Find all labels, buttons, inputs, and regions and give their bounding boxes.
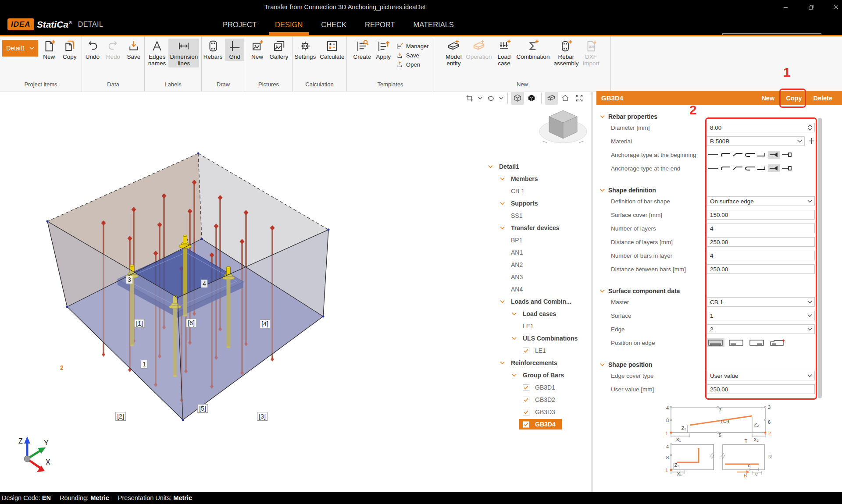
- template-manager-button[interactable]: Manager: [396, 43, 428, 50]
- checkbox[interactable]: [523, 397, 529, 403]
- tree-item-detail1[interactable]: Detail1: [487, 160, 590, 173]
- checkbox[interactable]: [523, 348, 529, 354]
- axis-triad: Z Y X: [18, 437, 50, 472]
- tree-item-group-of-bars[interactable]: Group of Bars: [487, 369, 590, 381]
- calculate-button[interactable]: Calculate: [318, 39, 346, 61]
- svg-text:Z₁: Z₁: [681, 426, 686, 431]
- rebar-asm-icon: [560, 39, 573, 53]
- checkbox[interactable]: [523, 409, 529, 415]
- navigation-cube[interactable]: [539, 110, 587, 143]
- template-apply-button[interactable]: Apply: [374, 39, 393, 61]
- chevron-down-icon[interactable]: [512, 312, 523, 316]
- tree-item-bp1[interactable]: BP1: [487, 234, 590, 246]
- svg-text:X: X: [46, 458, 50, 466]
- shape-diagram: 473860=9Z₁Z₂152X₁X₂T48Z₁1X₁RccB: [647, 402, 842, 490]
- tmpl-apply-icon: [377, 39, 390, 53]
- dxf-import-button: DXFDXFImport: [581, 39, 600, 67]
- chevron-down-icon[interactable]: [500, 202, 511, 205]
- panel-new-button[interactable]: New: [761, 95, 774, 102]
- tree-item-reinforcements[interactable]: Reinforcements: [487, 357, 590, 369]
- selected-tree-item[interactable]: GB3D4: [519, 419, 562, 429]
- annotation-step-1: 1: [783, 65, 791, 80]
- gear-icon: [299, 39, 312, 53]
- idea-statica-logo: IDEA StatiCa® DETAIL: [7, 18, 103, 30]
- tab-check[interactable]: CHECK: [320, 14, 347, 35]
- calc-icon: [325, 39, 339, 53]
- tree-item-loads-and-combin[interactable]: Loads and Combin...: [487, 295, 590, 308]
- tree-item-gb3d3[interactable]: GB3D3: [487, 406, 590, 418]
- tab-desi-gn[interactable]: DESIGN: [274, 14, 303, 35]
- settings-button[interactable]: Settings: [293, 39, 317, 61]
- svg-text:X₂: X₂: [753, 437, 759, 442]
- chevron-down-icon: [600, 363, 605, 366]
- new-load-case-button[interactable]: Loadcase: [495, 39, 514, 67]
- tmpl-manager-icon: [396, 43, 403, 50]
- svg-text:6: 6: [768, 419, 771, 425]
- edges-names-button[interactable]: Edgesnames: [147, 39, 168, 67]
- undo-button[interactable]: Undo: [83, 39, 102, 61]
- detail-scope-dropdown[interactable]: Detail1: [2, 40, 38, 57]
- chevron-down-icon[interactable]: [512, 373, 523, 377]
- tree-item-gb3d4[interactable]: GB3D4: [487, 418, 590, 430]
- letter-a-icon: [150, 39, 164, 53]
- minimize-icon: [783, 4, 788, 10]
- tab-materials[interactable]: MATERIALS: [413, 14, 455, 35]
- tab-report[interactable]: REPORT: [364, 14, 396, 35]
- chevron-down-icon[interactable]: [500, 361, 511, 365]
- new-project-item-button[interactable]: New: [39, 39, 59, 61]
- close-button[interactable]: [828, 1, 842, 13]
- template-save-button[interactable]: Save: [396, 52, 428, 59]
- tree-item-an2[interactable]: AN2: [487, 259, 590, 271]
- new-combination-button[interactable]: Combination: [515, 39, 551, 61]
- chevron-down-icon[interactable]: [500, 226, 511, 230]
- picture-new-button[interactable]: New: [248, 39, 267, 61]
- tree-item-an4[interactable]: AN4: [487, 283, 590, 295]
- gallery-button[interactable]: Gallery: [268, 39, 290, 61]
- chevron-down-icon[interactable]: [500, 177, 511, 181]
- grid-button[interactable]: Grid: [225, 39, 244, 61]
- dimension-lines-button[interactable]: Dimensionlines: [168, 39, 199, 67]
- tree-item-members[interactable]: Members: [487, 173, 590, 185]
- pic-new-icon: [251, 39, 264, 53]
- tree-item-supports[interactable]: Supports: [487, 197, 590, 209]
- close-icon: [833, 4, 839, 10]
- template-create-button[interactable]: Create: [352, 39, 373, 61]
- save-button[interactable]: Save: [124, 39, 143, 61]
- undo-icon: [86, 39, 99, 53]
- template-open-button[interactable]: Open: [396, 61, 428, 68]
- sigma-icon: [526, 39, 539, 53]
- tab-project[interactable]: PROJECT: [222, 14, 257, 35]
- new-rebar-assembly-button[interactable]: Rebarassembly: [552, 39, 580, 67]
- panel-scrollbar[interactable]: [818, 118, 822, 398]
- tree-item-transfer-devices[interactable]: Transfer devices: [487, 222, 590, 234]
- copy-project-item-button[interactable]: Copy: [60, 39, 79, 61]
- chevron-down-icon: [29, 46, 34, 50]
- tree-item-le1[interactable]: LE1: [487, 344, 590, 357]
- tree-item-le1[interactable]: LE1: [487, 320, 590, 332]
- tray-save-icon: [396, 52, 403, 59]
- chevron-down-icon[interactable]: [512, 337, 523, 340]
- rebars-button[interactable]: Rebars: [202, 39, 224, 61]
- tree-item-an1[interactable]: AN1: [487, 246, 590, 259]
- ribbon-group-draw: RebarsGridDraw: [202, 36, 245, 92]
- ribbon-group-label: Labels: [145, 81, 201, 92]
- checkbox[interactable]: [523, 421, 529, 428]
- tree-item-gb3d2[interactable]: GB3D2: [487, 394, 590, 406]
- tree-item-gb3d1[interactable]: GB3D1: [487, 381, 590, 394]
- tree-item-cb-1[interactable]: CB 1: [487, 185, 590, 197]
- panel-delete-button[interactable]: Delete: [813, 95, 832, 102]
- tree-item-an3[interactable]: AN3: [487, 271, 590, 283]
- annotation-box-properties: [705, 117, 817, 400]
- chevron-down-icon[interactable]: [500, 300, 511, 303]
- minimize-button[interactable]: [778, 1, 793, 13]
- new-model-entity-button[interactable]: Modelentity: [444, 39, 463, 67]
- checkbox[interactable]: [523, 384, 529, 391]
- tree-item-ss1[interactable]: SS1: [487, 209, 590, 222]
- restore-button[interactable]: [803, 1, 819, 13]
- status-design-code: Design Code:EN: [2, 494, 51, 501]
- chevron-down-icon[interactable]: [488, 165, 499, 168]
- tree-item-uls-combinations[interactable]: ULS Combinations: [487, 332, 590, 344]
- tree-item-load-cases[interactable]: Load cases: [487, 308, 590, 320]
- svg-text:4: 4: [666, 405, 669, 411]
- svg-text:2: 2: [768, 431, 771, 436]
